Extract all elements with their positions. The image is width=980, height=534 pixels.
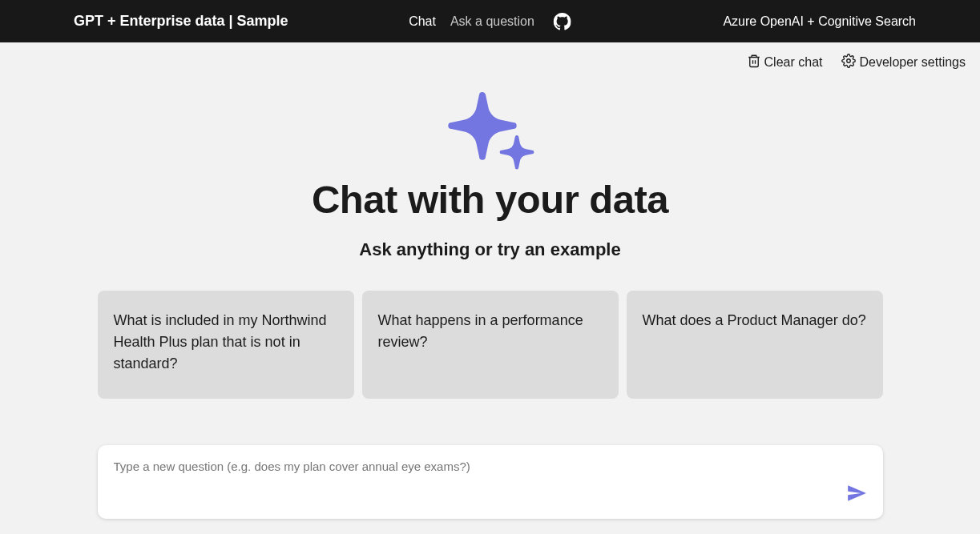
app-title: GPT + Enterprise data | Sample <box>74 13 288 30</box>
nav-chat[interactable]: Chat <box>409 14 436 29</box>
page-title: Chat with your data <box>98 177 883 222</box>
example-list: What is included in my Northwind Health … <box>98 291 883 399</box>
nav-ask-question[interactable]: Ask a question <box>450 14 534 29</box>
developer-settings-button[interactable]: Developer settings <box>841 54 966 71</box>
clear-chat-label: Clear chat <box>764 55 823 70</box>
send-button[interactable] <box>846 483 867 506</box>
example-card[interactable]: What does a Product Manager do? <box>627 291 883 399</box>
clear-chat-button[interactable]: Clear chat <box>747 54 823 71</box>
svg-point-0 <box>847 59 851 63</box>
developer-settings-label: Developer settings <box>859 55 966 70</box>
github-icon[interactable] <box>554 13 571 30</box>
sparkle-icon <box>442 86 538 174</box>
trash-icon <box>747 54 761 71</box>
page-subtitle: Ask anything or try an example <box>98 239 883 260</box>
chat-input-container <box>98 445 883 519</box>
main-content: Chat with your data Ask anything or try … <box>98 86 883 519</box>
header-nav: Chat Ask a question <box>409 13 571 30</box>
gear-icon <box>841 54 856 71</box>
send-icon <box>846 494 867 506</box>
toolbar: Clear chat Developer settings <box>0 42 980 71</box>
example-card[interactable]: What happens in a performance review? <box>362 291 619 399</box>
header-right-label: Azure OpenAI + Cognitive Search <box>723 14 966 29</box>
app-header: GPT + Enterprise data | Sample Chat Ask … <box>0 0 980 42</box>
chat-input[interactable] <box>114 460 867 477</box>
example-card[interactable]: What is included in my Northwind Health … <box>98 291 354 399</box>
